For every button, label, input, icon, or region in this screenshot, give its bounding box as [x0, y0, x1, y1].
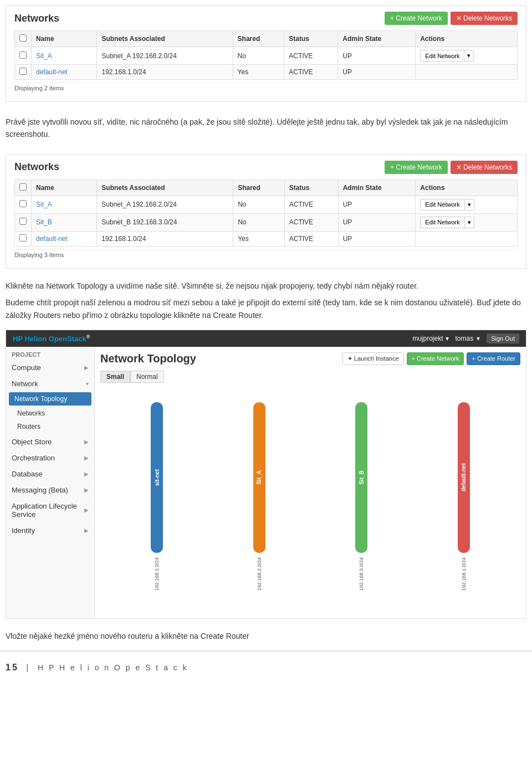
delete-networks-button-1[interactable]: ✕ Delete Networks: [451, 12, 518, 25]
sidebar-item-network[interactable]: Network ▾: [6, 376, 94, 391]
create-router-button[interactable]: + Create Router: [467, 352, 520, 365]
col-shared-1: Shared: [233, 31, 284, 47]
network-name-link[interactable]: Sit_A: [36, 52, 52, 60]
row-shared: No: [233, 196, 285, 213]
row-subnets: Subnet_A 192.168.2.0/24: [97, 196, 233, 213]
create-network-button-1[interactable]: + Create Network: [385, 12, 448, 25]
status-badge: ACTIVE: [289, 235, 313, 243]
network-name-link[interactable]: Sit_A: [36, 201, 52, 208]
sidebar-section-identity: Identity ▶: [6, 523, 94, 538]
edit-network-button[interactable]: Edit Network: [420, 199, 464, 211]
sidebar-item-als[interactable]: Application Lifecycle Service ▶: [6, 499, 94, 522]
row-subnets: Subnet_A 192.168.2.0/24: [97, 47, 233, 65]
page-footer: 15 | H P H e l i o n O p e S t a c k: [0, 650, 532, 678]
row-select-checkbox[interactable]: [19, 234, 27, 242]
launch-instance-button[interactable]: ✦ Launch Instance: [342, 352, 404, 365]
sidebar-item-network-topology[interactable]: Network Topology: [9, 392, 91, 406]
sidebar-item-compute[interactable]: Compute ▶: [6, 360, 94, 375]
network-name-link[interactable]: default-net: [36, 235, 68, 243]
sidebar-item-messaging[interactable]: Messaging (Beta) ▶: [6, 483, 94, 498]
topology-view-toggle: Small Normal: [100, 371, 520, 383]
page-number: 15: [6, 663, 19, 672]
network-bar-wrapper[interactable]: sit-net192.168.1.0/24: [151, 402, 163, 591]
sidebar-network-topology-label: Network Topology: [14, 395, 67, 403]
edit-network-button[interactable]: Edit Network: [420, 217, 464, 228]
select-all-checkbox-2[interactable]: [19, 183, 27, 191]
networks-title-2: Networks: [14, 161, 59, 173]
view-normal-button[interactable]: Normal: [130, 371, 164, 383]
sidebar-objectstore-label: Object Store: [12, 438, 52, 446]
action-dropdown-button[interactable]: ▾: [464, 199, 474, 211]
row-adminstate: UP: [338, 65, 416, 80]
chevron-right-icon-5: ▶: [84, 487, 89, 493]
row-actions: [416, 65, 518, 80]
row-status: ACTIVE: [284, 196, 338, 213]
col-status-2: Status: [284, 180, 338, 196]
topology-action-buttons: ✦ Launch Instance + Create Network + Cre…: [342, 352, 520, 365]
network-bar-wrapper[interactable]: Sit_B192.168.3.0/24: [355, 402, 367, 591]
row-checkbox: [15, 47, 32, 65]
sidebar-orchestration-label: Orchestration: [12, 454, 55, 462]
action-group: Edit Network▾: [420, 217, 513, 228]
chevron-right-icon-7: ▶: [84, 527, 89, 534]
sidebar-item-networks[interactable]: Networks: [6, 407, 94, 420]
displaying-count-2: Displaying 3 items: [14, 249, 518, 260]
chevron-down-icon: ▾: [86, 381, 89, 387]
network-bar-visual: Sit_B: [355, 402, 367, 553]
edit-network-button[interactable]: Edit Network: [420, 50, 464, 61]
col-adminstate-2: Admin State: [338, 180, 416, 196]
sidebar-item-orchestration[interactable]: Orchestration ▶: [6, 450, 94, 465]
col-actions-1: Actions: [416, 31, 518, 47]
sidebar-item-routers[interactable]: Routers: [6, 420, 94, 433]
create-network-topology-button[interactable]: + Create Network: [407, 352, 464, 365]
network-bar-subnet: 192.168.1.0/24: [154, 557, 160, 591]
user-chevron: ▾: [477, 335, 480, 342]
row-select-checkbox[interactable]: [19, 218, 27, 225]
col-name-1: Name: [32, 31, 97, 47]
col-actions-2: Actions: [416, 180, 518, 196]
view-small-button[interactable]: Small: [100, 371, 130, 383]
sign-out-button[interactable]: Sign Out: [487, 334, 519, 343]
delete-networks-button-2[interactable]: ✕ Delete Networks: [451, 161, 518, 174]
table-row: Sit_A Subnet_A 192.168.2.0/24 No ACTIVE …: [15, 47, 518, 65]
network-bar-subnet: 192.168.1.0/24: [461, 557, 467, 591]
row-select-checkbox[interactable]: [19, 68, 27, 75]
action-dropdown-button[interactable]: ▾: [464, 50, 474, 61]
network-name-link[interactable]: default-net: [36, 68, 68, 76]
topology-sidebar: Project Compute ▶ Network ▾ Network Topo…: [6, 347, 95, 618]
row-checkbox: [15, 231, 32, 246]
network-bar-visual: default-net: [458, 402, 470, 553]
network-bar-visual: sit-net: [151, 402, 163, 553]
hp-header: HP Helion OpenStack® mujprojekt ▾ tomas …: [6, 330, 526, 347]
col-checkbox-2: [15, 180, 32, 196]
row-select-checkbox[interactable]: [19, 52, 27, 59]
networks-header-2: Networks + Create Network ✕ Delete Netwo…: [14, 161, 518, 174]
network-bar-wrapper[interactable]: default-net192.168.1.0/24: [458, 402, 470, 591]
sidebar-item-database[interactable]: Database ▶: [6, 466, 94, 481]
paragraph-3-text: Vložte nějaké hezké jméno nového routeru…: [6, 630, 526, 642]
sidebar-item-objectstore[interactable]: Object Store ▶: [6, 434, 94, 449]
row-adminstate: UP: [338, 47, 416, 65]
network-name-link[interactable]: Sit_B: [36, 218, 52, 226]
sidebar-networks-label: Networks: [17, 409, 45, 417]
create-network-button-2[interactable]: + Create Network: [385, 161, 448, 174]
row-status: ACTIVE: [284, 213, 338, 231]
sidebar-section-objectstore: Object Store ▶: [6, 434, 94, 449]
select-all-checkbox-1[interactable]: [19, 34, 27, 42]
paragraph-3: Vložte nějaké hezké jméno nového routeru…: [0, 624, 532, 645]
chevron-right-icon-4: ▶: [84, 471, 89, 477]
network-bar-wrapper[interactable]: Sit_A192.168.2.0/24: [253, 402, 265, 591]
network-bars-visualization: sit-net192.168.1.0/24Sit_A192.168.2.0/24…: [100, 391, 520, 602]
action-dropdown-button[interactable]: ▾: [464, 217, 474, 228]
row-shared: No: [233, 47, 284, 65]
project-selector[interactable]: mujprojekt ▾: [412, 335, 448, 342]
table-row: default-net 192.168.1.0/24 Yes ACTIVE UP: [15, 231, 518, 246]
row-actions: Edit Network▾: [416, 196, 518, 213]
sidebar-project-label: Project: [6, 347, 94, 360]
sidebar-section-network: Network ▾ Network Topology Networks Rout…: [6, 376, 94, 433]
row-select-checkbox[interactable]: [19, 200, 27, 207]
action-group: Edit Network▾: [420, 50, 513, 61]
row-subnets: 192.168.1.0/24: [97, 231, 233, 246]
sidebar-item-identity[interactable]: Identity ▶: [6, 523, 94, 538]
topology-content-header: Network Topology ✦ Launch Instance + Cre…: [100, 352, 520, 365]
